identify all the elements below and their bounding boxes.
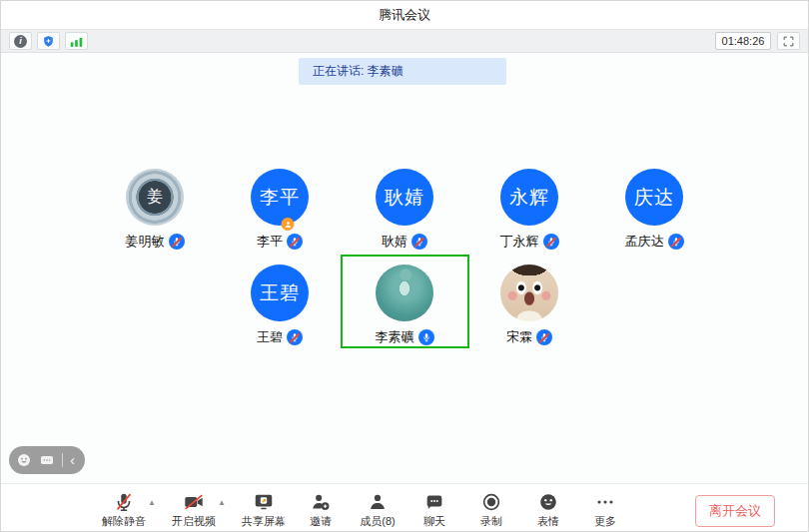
mic-muted-badge-icon (169, 234, 185, 250)
avatar-text: 王碧 (260, 280, 300, 306)
participant-tile[interactable]: 宋霖 (467, 257, 592, 346)
participant-name: 耿婧 (382, 233, 407, 251)
more-button[interactable]: 更多 (582, 490, 628, 529)
participant-name: 姜明敏 (126, 233, 165, 251)
record-icon (480, 490, 502, 513)
host-badge-icon (282, 218, 295, 231)
name-row: 耿婧 (382, 233, 427, 251)
avatar: 庆达 (625, 169, 683, 226)
avatar-text: 庆达 (634, 185, 674, 211)
mic-muted-badge-icon (668, 234, 684, 250)
fullscreen-icon (782, 35, 795, 48)
name-row: 宋霖 (506, 328, 552, 346)
name-row: 姜明敏 (126, 233, 185, 251)
unmute-button[interactable]: 解除静音 ▲ (101, 490, 147, 529)
mic-muted-badge-icon (287, 234, 303, 250)
avatar-text: 李平 (260, 185, 300, 211)
unmute-label: 解除静音 (102, 514, 146, 529)
name-row: 孟庆达 (625, 233, 684, 251)
participant-name: 宋霖 (506, 328, 532, 346)
meeting-protect-button[interactable] (37, 32, 60, 50)
invite-button[interactable]: 邀请 (298, 490, 344, 529)
share-screen-button[interactable]: 共享屏幕 (241, 490, 287, 529)
participant-tile[interactable]: 耿婧 耿婧 (343, 161, 467, 251)
statusbar-right: 01:48:26 (715, 32, 800, 50)
camera-off-icon (183, 490, 205, 513)
window-title: 腾讯会议 (379, 6, 430, 24)
participant-grid: 姜 姜明敏 李平 (1, 161, 808, 352)
avatar (376, 265, 433, 321)
window-titlebar: 腾讯会议 (1, 1, 808, 29)
participant-tile[interactable]: 姜 姜明敏 (93, 161, 218, 251)
meeting-window: 腾讯会议 i 01:48:26 (0, 0, 809, 532)
chat-label: 聊天 (423, 514, 445, 529)
leave-meeting-button[interactable]: 离开会议 (695, 495, 775, 527)
record-label: 录制 (480, 514, 502, 529)
record-button[interactable]: 录制 (468, 490, 514, 529)
more-dots-icon (594, 490, 616, 513)
participant-name: 王碧 (257, 328, 283, 346)
name-row: 王碧 (257, 328, 303, 346)
avatar-text: 姜 (147, 187, 163, 208)
emoji-icon (537, 490, 559, 513)
meeting-info-button[interactable]: i (9, 32, 32, 50)
participant-name: 李素礦 (376, 328, 414, 346)
avatar (500, 265, 558, 321)
members-icon (367, 490, 389, 513)
signal-bars-icon (69, 35, 84, 48)
avatar-text: 永辉 (509, 185, 549, 211)
avatar: 耿婧 (376, 169, 433, 226)
info-icon: i (14, 35, 27, 48)
emoji-label: 表情 (537, 514, 559, 529)
start-video-label: 开启视频 (172, 514, 216, 529)
participant-tile[interactable]: 王碧 王碧 (218, 257, 343, 346)
mic-active-badge-icon (418, 329, 434, 345)
participant-tile[interactable]: 永辉 丁永辉 (467, 161, 592, 251)
name-row: 李素礦 (376, 328, 434, 346)
name-row: 李平 (257, 233, 303, 251)
mic-muted-badge-icon (411, 234, 427, 250)
participant-name: 孟庆达 (625, 233, 664, 251)
participant-tile[interactable]: 李平 李平 (218, 161, 343, 251)
avatar: 姜 (126, 169, 184, 226)
mic-muted-icon (113, 490, 135, 513)
keyboard-icon[interactable] (39, 452, 55, 468)
quick-reaction-pill: ‹ (9, 446, 85, 474)
network-signal-button[interactable] (65, 32, 88, 50)
collapse-chevron-icon[interactable]: ‹ (70, 452, 78, 469)
speaking-banner: 正在讲话: 李素礦 (299, 58, 506, 85)
mic-muted-badge-icon (287, 329, 303, 345)
members-button[interactable]: 成员(8) (355, 490, 401, 529)
chat-icon (423, 490, 445, 513)
statusbar-left: i (9, 32, 88, 50)
members-label: 成员(8) (360, 514, 395, 529)
share-screen-label: 共享屏幕 (242, 514, 286, 529)
speaking-banner-text: 正在讲话: 李素礦 (313, 63, 404, 80)
chat-button[interactable]: 聊天 (411, 490, 457, 529)
start-video-button[interactable]: 开启视频 ▲ (171, 490, 217, 529)
participant-name: 丁永辉 (500, 233, 539, 251)
mic-options-caret-icon[interactable]: ▲ (148, 498, 156, 507)
emoji-quick-icon[interactable] (16, 452, 32, 468)
pill-divider (62, 453, 63, 467)
mic-muted-badge-icon (543, 234, 559, 250)
video-options-caret-icon[interactable]: ▲ (218, 498, 226, 507)
emoji-button[interactable]: 表情 (525, 490, 571, 529)
grid-row-2: 王碧 王碧 李素礦 (218, 257, 592, 346)
name-row: 丁永辉 (500, 233, 559, 251)
mic-muted-badge-icon (536, 329, 552, 345)
meeting-toolbar: 解除静音 ▲ 开启视频 ▲ (1, 483, 808, 531)
meeting-timer: 01:48:26 (715, 32, 771, 50)
grid-row-1: 姜 姜明敏 李平 (93, 161, 717, 251)
more-label: 更多 (594, 514, 616, 529)
avatar: 王碧 (251, 265, 309, 321)
fullscreen-button[interactable] (777, 32, 800, 50)
invite-icon (310, 490, 332, 513)
avatar: 李平 (251, 169, 309, 226)
participant-tile-active-speaker[interactable]: 李素礦 (343, 257, 467, 346)
avatar: 永辉 (500, 169, 558, 226)
share-screen-icon (253, 490, 275, 513)
shield-icon (42, 35, 55, 48)
participant-tile[interactable]: 庆达 孟庆达 (592, 161, 717, 251)
invite-label: 邀请 (310, 514, 332, 529)
